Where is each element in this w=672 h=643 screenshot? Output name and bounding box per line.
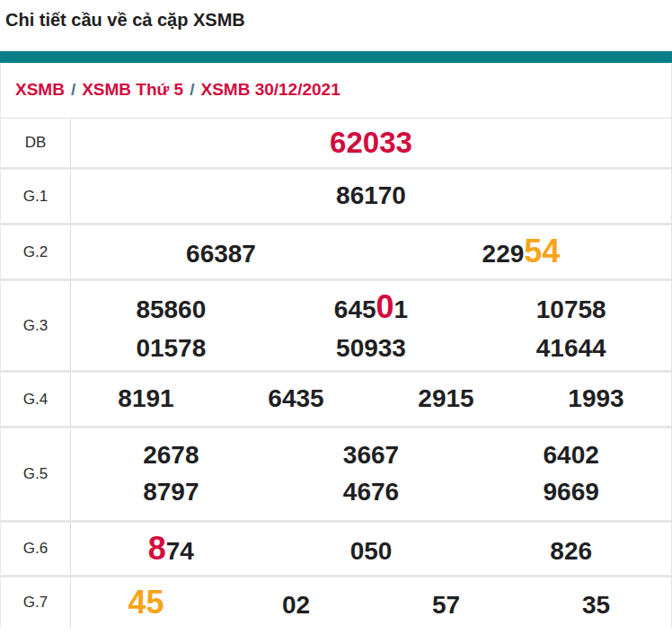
digits: 74 [166,537,194,565]
prize-number: 41644 [471,330,671,367]
prize-line: 874050826 [71,525,671,572]
digits: 2678 [143,441,199,469]
prize-label: G.7 [1,577,71,628]
breadcrumb-link-xsmb[interactable]: XSMB [15,80,65,99]
digits: 50933 [336,334,406,362]
digits: 01578 [136,334,206,362]
digits: 85860 [136,295,206,323]
prize-values: 62033 [71,119,671,167]
prize-number: 50933 [271,330,472,367]
digits: 4676 [343,478,399,506]
prize-number: 2678 [71,437,271,474]
prize-values: 6638722954 [71,225,671,278]
prize-number: 826 [471,533,671,570]
digits: 57 [432,591,460,619]
prize-line: 6638722954 [71,228,671,275]
prize-number: 10758 [471,292,671,329]
prize-line: 8191643529151993 [71,381,671,418]
prize-number: 66387 [71,236,371,273]
prize-row-g6: G.6874050826 [1,523,671,577]
prize-row-g7: G.745025735 [1,577,671,628]
content-container: XSMB/XSMB Thứ 5/XSMB 30/12/2021 DB62033G… [0,63,672,628]
digits: 10758 [536,295,606,323]
digits: 6435 [268,384,323,412]
prize-number: 86170 [71,178,671,215]
digits: 3667 [343,441,399,469]
prize-number: 874 [71,525,271,572]
prize-number: 85860 [71,292,271,329]
highlighted-digits: 45 [128,584,164,621]
prize-line: 62033 [71,121,671,164]
digits: 35 [582,591,610,619]
prize-row-g2: G.26638722954 [1,225,671,281]
prize-values: 8191643529151993 [71,373,671,426]
prize-row-g5: G.5267836676402879746769669 [1,428,671,523]
prize-values: 267836676402879746769669 [71,428,671,520]
breadcrumb-separator: / [65,80,82,99]
digits: 66387 [186,240,256,268]
prize-number: 57 [371,587,521,624]
prize-number: 02 [221,587,371,624]
prize-number: 45 [71,579,221,626]
digits: 6402 [544,441,599,469]
prize-label: G.5 [1,428,71,520]
highlighted-digits: 54 [524,233,560,269]
prize-line: 858606450110758 [71,284,671,330]
prize-line: 45025735 [71,579,671,626]
prize-number: 8191 [71,381,221,418]
prize-label: G.2 [1,225,71,278]
prize-number: 3667 [271,437,472,474]
digits: 1993 [568,384,623,412]
highlighted-digits: 62033 [330,126,412,159]
prize-values: 874050826 [71,523,671,575]
digits: 41644 [536,334,606,362]
prize-line: 86170 [71,178,671,215]
prize-values: 45025735 [71,577,671,628]
prize-number: 35 [521,587,671,624]
prize-row-g4: G.48191643529151993 [1,373,671,428]
prize-label: G.6 [1,523,71,575]
prize-label: G.1 [1,170,71,223]
digits: 645 [334,295,376,323]
prize-number: 62033 [71,121,671,164]
prize-number: 4676 [271,474,472,511]
prize-number: 050 [271,533,472,570]
prize-row-g3: G.3858606450110758015785093341644 [1,281,671,373]
prize-number: 2915 [371,381,521,418]
digits: 826 [550,537,592,565]
digits: 8191 [118,384,173,412]
prize-line: 267836676402 [71,437,671,474]
prize-number: 6402 [471,437,671,474]
digits: 9669 [544,478,599,506]
prize-label: G.3 [1,281,71,370]
prize-number: 22954 [371,228,671,275]
breadcrumb-separator: / [183,80,200,99]
digits: 86170 [336,181,406,209]
breadcrumb-link-xsmb-date[interactable]: XSMB 30/12/2021 [200,80,340,99]
prize-row-db: DB62033 [1,119,671,170]
prize-label: DB [1,119,71,167]
digits: 050 [350,537,393,565]
prize-number: 6435 [221,381,371,418]
page-title: Chi tiết cầu về cả cặp XSMB [5,9,672,31]
accent-bar [0,51,672,63]
highlighted-digits: 8 [148,530,166,567]
digits: 229 [482,240,525,268]
highlighted-digits: 0 [376,288,394,325]
prize-number: 8797 [71,474,271,511]
prize-number: 1993 [521,381,671,418]
prize-line: 879746769669 [71,474,671,511]
prize-number: 64501 [271,284,472,330]
breadcrumb: XSMB/XSMB Thứ 5/XSMB 30/12/2021 [1,63,671,118]
digits: 8797 [143,478,199,506]
prize-row-g1: G.186170 [1,170,671,225]
prize-number: 01578 [71,330,271,367]
prize-label: G.4 [1,373,71,426]
breadcrumb-link-xsmb-thu5[interactable]: XSMB Thứ 5 [82,80,183,99]
prize-line: 015785093341644 [71,330,671,367]
prize-number: 9669 [471,474,671,511]
prize-table: DB62033G.186170G.26638722954G.3858606450… [1,118,671,628]
prize-values: 858606450110758015785093341644 [71,281,671,370]
digits: 2915 [418,384,473,412]
digits: 02 [282,591,310,619]
